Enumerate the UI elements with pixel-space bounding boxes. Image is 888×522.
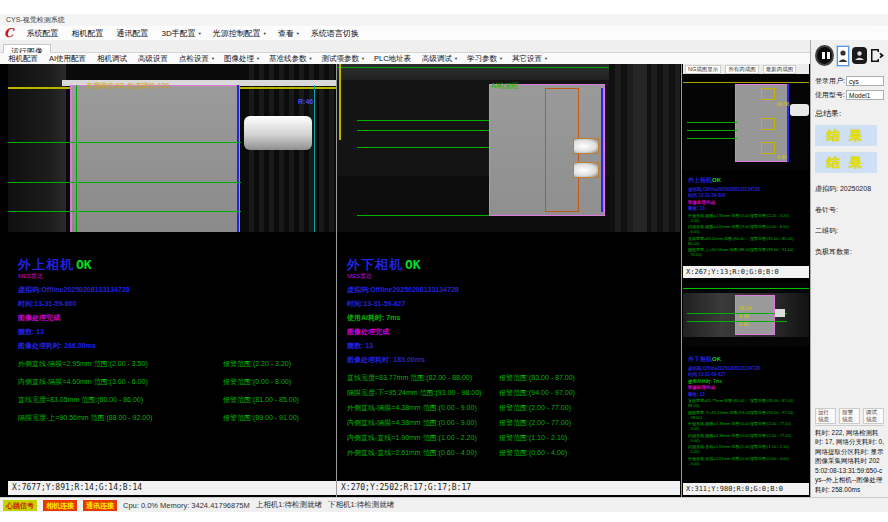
lower-camera-state: 下相机1:待检测就绪: [328, 500, 394, 510]
measurement-row: 隔膜宽度-下=95.24mm 范围:(93.00 - 98.00)报警范围:(9…: [688, 410, 807, 420]
measurement-row: 外侧直线-隔膜=4.38mm 范围:(0.00 - 9.00)报警范围:(2.0…: [688, 421, 807, 431]
measurement-row: 外侧直线-直线=2.61mm 范围:(0.60 - 4.00)报警范围:(0.6…: [347, 448, 676, 458]
menu-item-system-config[interactable]: 系统配置: [27, 28, 61, 39]
model-label: 使用型号:: [815, 90, 845, 100]
measurement-list: 直线宽度=83.77mm 范围:(82.00 - 88.00)报警范围:(83.…: [347, 373, 676, 458]
operator-button[interactable]: [852, 47, 867, 64]
toolbar-item-image-processing[interactable]: 图像处理▼: [224, 54, 260, 64]
result-badge-upper: 结 果: [815, 125, 877, 146]
toolbar-item-test-params[interactable]: 测试项参数▼: [322, 54, 365, 64]
thumb-tab-all[interactable]: 所有内成图: [725, 65, 759, 74]
thumb-tab-ng[interactable]: NG成图显示: [685, 65, 721, 74]
measurement-row: 内侧直线-隔膜=4.38mm 范围:(0.00 - 9.00)报警范围:(2.0…: [688, 433, 807, 443]
thumbnail-image-upper[interactable]: 90.56 4.60: [683, 74, 809, 170]
time-stamp: 时间:13-31-59-600: [18, 299, 332, 309]
thumbnail-result-text: 外上相机OK 虚拟码:Offline20250208133134728 时间:1…: [688, 176, 807, 257]
chevron-down-icon: ▼: [263, 31, 267, 36]
virtual-code-field: 虚拟码: 20250208: [815, 184, 884, 194]
measurement-row: 内侧直线-隔膜=4.38mm 范围:(0.00 - 9.00)报警范围:(2.0…: [347, 418, 676, 428]
toolbar-item-learning-params[interactable]: 学习参数▼: [467, 54, 503, 64]
green-measure-line: [687, 313, 787, 314]
chevron-down-icon: ▼: [296, 31, 300, 36]
measurement-row: 直线宽度=83.05mm 范围:(80.00 - 86.00)报警范围:(81.…: [688, 236, 807, 246]
toolbar-item-ai-config[interactable]: AI使用配置: [49, 54, 88, 64]
detect-rect-yellow: [761, 142, 775, 154]
annotation-label: 4.38: [739, 313, 749, 319]
heartbeat-status-badge: 心跳信号: [3, 500, 37, 511]
cell-region: [70, 85, 240, 232]
thumbnail-image-lower[interactable]: 95.24 4.38 1.90: [683, 283, 809, 347]
pause-button[interactable]: [815, 45, 834, 66]
pixel-coordinate-readout: X:7677;Y:891;R:14;G:14;B:14: [8, 481, 336, 495]
pixel-coordinate-readout: X:270;Y:2502;R:17;G:17;B:17: [337, 481, 680, 495]
qr-code-field: 二维码:: [815, 226, 884, 236]
status-bar: 心跳信号 相机连接 通讯连接 Cpu: 0.0% Memory: 3424.41…: [0, 497, 888, 512]
chevron-down-icon: ▼: [544, 56, 548, 61]
camera-image-lower[interactable]: AI检测框: [337, 64, 680, 232]
model-input[interactable]: Model1: [846, 90, 884, 100]
toolbar-item-other-settings[interactable]: 其它设置▼: [512, 54, 548, 64]
green-measure-line: [8, 142, 241, 143]
tab-lug: [573, 138, 599, 154]
chevron-down-icon: ▼: [198, 31, 202, 36]
login-user-button[interactable]: [837, 46, 849, 66]
yellow-reference-line: [683, 82, 809, 83]
login-user-input[interactable]: cys: [846, 76, 884, 86]
log-text: 耗时: 222, 网络检测耗时: 17, 网络分支耗时: 0, 网络提取分区耗时…: [815, 428, 884, 494]
result-badge-lower: 结 果: [815, 152, 877, 173]
chevron-down-icon: ▼: [361, 56, 365, 61]
tab-clip: [790, 104, 809, 116]
total-result-label: 总结果:: [815, 108, 884, 119]
app-logo-icon: C: [4, 26, 14, 40]
green-measure-line: [687, 130, 737, 131]
menu-item-light-config[interactable]: 光源控制配置▼: [213, 28, 267, 39]
log-tab-run[interactable]: 运行信息: [815, 408, 836, 424]
measurement-row: 直线宽度=83.77mm 范围:(82.00 - 88.00)报警范围:(83.…: [347, 373, 676, 383]
menu-item-3d-config[interactable]: 3D手配置▼: [162, 28, 202, 39]
toolbar-item-spot-check[interactable]: 点检设置▼: [179, 54, 215, 64]
chevron-down-icon: ▼: [454, 56, 458, 61]
pixel-coordinate-readout: X:311;Y:980;R:0;G:0;B:0: [683, 483, 809, 495]
log-tabs: 运行信息 报警信息 调试信息: [815, 408, 884, 426]
virtual-code: 虚拟码:Offline20250208133134728: [18, 285, 332, 295]
green-measure-line: [8, 182, 241, 183]
detect-rect-yellow: [761, 118, 775, 130]
thumbnail-result-text: 外下相机OK 虚拟码:Offline20250208133134728 时间:1…: [688, 355, 807, 466]
toolbar-item-camera-debug[interactable]: 相机调试: [97, 54, 129, 64]
menu-item-camera-config[interactable]: 相机配置: [72, 28, 106, 39]
app-window: CYS-视觉检测系统 — ▢ ✕ C 系统配置 相机配置 通讯配置 3D手配置▼…: [0, 0, 888, 522]
negative-tab-count-field: 负极耳数量:: [815, 247, 884, 257]
thumb-tab-latest[interactable]: 最新内成图: [763, 65, 797, 74]
window-title: CYS-视觉检测系统: [6, 16, 65, 23]
menu-item-language[interactable]: 系统语言切换: [311, 28, 361, 39]
time-stamp: 时间:13-31-59-627: [347, 299, 676, 309]
result-text-upper: 外上相机OK MES发送 虚拟码:Offline2025020813313472…: [18, 256, 332, 431]
measurement-row: 内侧直线-直线=1.90mm 范围:(1.00 - 2.20)报警范围:(1.1…: [347, 433, 676, 443]
camera-image-upper[interactable]: 灰度阈值:93, 动态阈值:100 R:46: [8, 64, 336, 232]
menu-bar: C 系统配置 相机配置 通讯配置 3D手配置▼ 光源控制配置▼ 查看▼ 系统语言…: [0, 26, 888, 40]
menu-item-view[interactable]: 查看▼: [278, 28, 300, 39]
measurement-row: 内侧直线-隔膜=4.60mm 范围:(3.00 - 6.00)报警范围:(0.0…: [18, 377, 332, 387]
green-reference-line: [683, 288, 809, 289]
camera-panel-lower: AI检测框 外下相机OK MES发送 虚拟码:Offline2025020813…: [337, 64, 680, 497]
toolbar-item-advanced-debug[interactable]: 高级调试▼: [422, 54, 458, 64]
machine-column: [8, 64, 66, 232]
exit-button[interactable]: [870, 47, 884, 65]
blue-edge-line: [237, 85, 239, 232]
log-tab-debug[interactable]: 调试信息: [863, 408, 884, 424]
log-tab-alarm[interactable]: 报警信息: [839, 408, 860, 424]
measurement-row: 隔膜宽度-上=90.56mm 范围:(88.00 - 92.00)报警范围:(8…: [688, 247, 807, 257]
blue-edge-line: [601, 88, 603, 212]
needle-number-field: 卷针号:: [815, 205, 884, 215]
upper-camera-state: 上相机1:待检测就绪: [256, 500, 322, 510]
measurement-row: 隔膜宽度-下=95.24mm 范围:(93.00 - 98.00)报警范围:(9…: [347, 388, 676, 398]
blue-edge-line: [787, 84, 789, 162]
toolbar-item-baseline-params[interactable]: 基准线参数▼: [269, 54, 312, 64]
toolbar-item-advanced-settings[interactable]: 高级设置: [138, 54, 170, 64]
toolbar-item-camera-config[interactable]: 相机配置: [8, 54, 40, 64]
toolbar: 相机配置 AI使用配置 相机调试 高级设置 点检设置▼ 图像处理▼ 基准线参数▼…: [0, 53, 810, 64]
measurement-row: 隔膜宽度-上=90.56mm 范围:(88.00 - 92.00)报警范围:(8…: [18, 413, 332, 423]
user-icon: [838, 49, 848, 63]
menu-item-comm-config[interactable]: 通讯配置: [117, 28, 151, 39]
toolbar-item-plc-table[interactable]: PLC地址表: [374, 54, 413, 64]
